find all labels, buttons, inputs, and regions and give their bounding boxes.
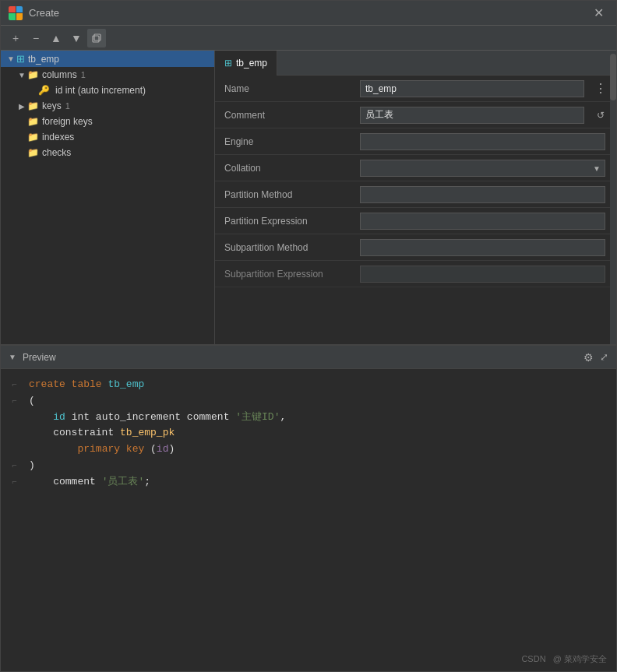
add-button[interactable]: + (6, 29, 25, 47)
prop-row-subpartition-expression: Subpartition Expression (215, 261, 610, 287)
right-panel: ⊞ tb_emp Name ⋮ Comment (215, 51, 610, 344)
code-content-2: ( (29, 393, 605, 410)
tree-label-id: id int (auto increment) (55, 85, 146, 96)
tree-label-root: tb_emp (28, 54, 59, 65)
code-line-6: ⌐ ) (12, 458, 605, 474)
subpartition-method-input[interactable] (360, 239, 605, 256)
preview-gear-icon[interactable]: ⚙ (584, 351, 594, 364)
kw-comment-indent: comment (29, 476, 102, 487)
kw-semicolon: ; (144, 476, 150, 487)
toolbar: + − ▲ ▼ (1, 26, 616, 51)
tree-item-checks[interactable]: ▶ 📁 checks (1, 145, 214, 160)
code-content-3: id int auto_increment comment '主键ID', (29, 410, 605, 426)
tree-arrow-keys: ▶ (16, 100, 27, 111)
tree-badge-keys: 1 (65, 101, 70, 111)
code-content-1: create table tb_emp (29, 377, 605, 393)
scrollbar-track[interactable] (610, 51, 616, 344)
preview-expand-icon[interactable]: ⤢ (600, 351, 608, 363)
kw-create: create table (29, 378, 108, 390)
prop-row-engine: Engine (215, 128, 610, 155)
key-col-icon: 🔑 (38, 85, 50, 96)
comment-undo-button[interactable]: ↺ (591, 106, 610, 125)
remove-button[interactable]: − (26, 29, 45, 47)
kw-pk-indent (29, 443, 77, 455)
engine-input[interactable] (360, 133, 605, 150)
kw-paren-open: ( (150, 443, 157, 455)
prop-value-partition-method (355, 183, 610, 206)
tree-badge-columns: 1 (81, 70, 86, 79)
prop-value-collation: ▼ (355, 157, 610, 180)
gutter-1: ⌐ (12, 377, 24, 392)
properties-form: Name ⋮ Comment ↺ Engine (215, 76, 610, 344)
gutter-2: ⌐ (12, 393, 24, 409)
preview-header: ▼ Preview ⚙ ⤢ (1, 346, 616, 369)
tree-item-keys[interactable]: ▶ 📁 keys 1 (1, 98, 214, 114)
folder-icon-columns: 📁 (27, 69, 39, 80)
partition-expression-input[interactable] (360, 213, 605, 230)
up-button[interactable]: ▲ (47, 29, 65, 47)
tab-bar: ⊞ tb_emp (215, 51, 610, 76)
tab-table-icon: ⊞ (224, 58, 232, 69)
code-line-2: ⌐ ( (12, 393, 605, 410)
table-icon: ⊞ (16, 53, 25, 65)
kw-pk-col: id (157, 443, 169, 455)
tree-item-id[interactable]: ▶ 🔑 id int (auto increment) (1, 83, 214, 98)
tab-tb-emp[interactable]: ⊞ tb_emp (215, 51, 277, 76)
kw-constraint-kw: constraint (29, 427, 120, 438)
folder-icon-keys: 📁 (27, 100, 39, 111)
tree-panel: ▼ ⊞ tb_emp ▼ 📁 columns 1 ▶ 🔑 id int (aut… (1, 51, 215, 344)
tree-item-root[interactable]: ▼ ⊞ tb_emp (1, 51, 214, 67)
gutter-3 (12, 410, 24, 411)
tree-label-fk: foreign keys (42, 116, 93, 127)
prop-row-partition-expression: Partition Expression (215, 208, 610, 234)
main-window: Create ✕ + − ▲ ▼ ▼ ⊞ tb_emp ▼ 📁 colum (0, 0, 617, 672)
tree-arrow-columns: ▼ (16, 69, 27, 80)
kw-paren-close: ) (168, 443, 175, 455)
app-logo-icon (9, 6, 23, 20)
tree-arrow-root: ▼ (5, 54, 16, 65)
tree-item-foreign-keys[interactable]: ▶ 📁 foreign keys (1, 114, 214, 129)
down-button[interactable]: ▼ (67, 29, 86, 47)
kw-openparen: ( (29, 395, 35, 406)
preview-title: Preview (23, 352, 584, 363)
main-area: ▼ ⊞ tb_emp ▼ 📁 columns 1 ▶ 🔑 id int (aut… (1, 51, 616, 344)
name-menu-button[interactable]: ⋮ (591, 79, 610, 98)
prop-label-partition-expression: Partition Expression (215, 211, 355, 231)
code-content-4: constraint tb_emp_pk (29, 425, 605, 442)
kw-id: id (53, 411, 65, 423)
gutter-5 (12, 442, 24, 443)
kw-id-comment-val: '主键ID' (235, 411, 280, 423)
window-title: Create (29, 7, 589, 19)
code-content-5: primary key (id) (29, 442, 605, 458)
preview-collapse-icon: ▼ (9, 353, 16, 361)
code-content-6: ) (29, 458, 605, 474)
prop-value-subpartition-method (355, 236, 610, 259)
collation-select[interactable] (360, 160, 605, 177)
svg-rect-0 (93, 36, 99, 42)
partition-method-input[interactable] (360, 186, 605, 203)
prop-value-name (355, 77, 589, 100)
gutter-7: ⌐ (12, 474, 24, 490)
code-line-4: constraint tb_emp_pk (12, 425, 605, 442)
preview-panel: ▼ Preview ⚙ ⤢ ⌐ create table tb_emp ⌐ ( (1, 344, 616, 671)
comment-input[interactable] (360, 107, 584, 124)
close-button[interactable]: ✕ (589, 4, 608, 22)
folder-icon-indexes: 📁 (27, 132, 39, 142)
prop-label-comment: Comment (215, 105, 355, 125)
scrollbar-thumb[interactable] (610, 54, 616, 100)
copy-button[interactable] (87, 29, 106, 47)
kw-comma1: , (280, 411, 286, 423)
gutter-6: ⌐ (12, 458, 24, 473)
kw-primary: primary key (77, 443, 150, 455)
prop-value-partition-expression (355, 209, 610, 233)
folder-icon-checks: 📁 (27, 147, 39, 158)
subpartition-expression-input[interactable] (360, 266, 605, 283)
prop-row-collation: Collation ▼ (215, 155, 610, 181)
tree-item-columns[interactable]: ▼ 📁 columns 1 (1, 67, 214, 83)
prop-label-name: Name (215, 79, 355, 99)
name-input[interactable] (360, 80, 584, 97)
tree-item-indexes[interactable]: ▶ 📁 indexes (1, 129, 214, 145)
prop-label-partition-method: Partition Method (215, 185, 355, 205)
prop-row-partition-method: Partition Method (215, 181, 610, 208)
code-line-7: ⌐ comment '员工表'; (12, 474, 605, 491)
